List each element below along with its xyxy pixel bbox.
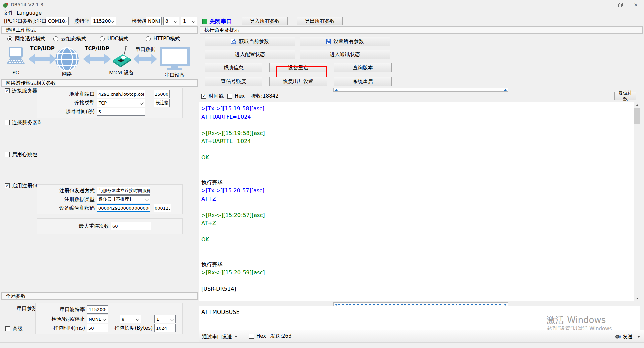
save-icon	[326, 39, 331, 44]
arrow-icon	[133, 53, 157, 66]
reg-send-mode-label: 注册包发送方式	[50, 188, 95, 194]
device-restart-button[interactable]: 设备重启	[269, 63, 327, 72]
menu-language[interactable]: Language	[17, 10, 42, 16]
enter-config-button[interactable]: 进入配置状态	[205, 50, 295, 59]
log-line: AT+Z	[201, 219, 265, 228]
log-area[interactable]: >[Tx->][15:19:58][asc]AT+UARTFL=1024 >[R…	[199, 102, 640, 301]
window-title: DR514 V2.1.3	[11, 2, 43, 7]
pack-time-input[interactable]	[87, 324, 108, 332]
g-baud-select[interactable]: 115200	[87, 305, 108, 314]
pc-serial-label: [PC串口参数]:串口号	[4, 18, 51, 24]
pack-len-label: 打包长度(Bytes)	[111, 325, 153, 331]
close-port-button[interactable]: 关闭串口	[209, 18, 232, 25]
import-params-button[interactable]: 导入所有参数	[242, 17, 288, 25]
activate-windows-watermark: 激活 Windows	[547, 314, 606, 326]
g-parity-select[interactable]: NONE	[87, 315, 108, 323]
arrow-icon	[83, 53, 111, 66]
scroll-down-icon[interactable]	[634, 296, 640, 301]
radio-label[interactable]: 网络透传模式	[15, 36, 45, 42]
radio-net-transparent-mode[interactable]	[7, 36, 12, 41]
slider-handle-icon[interactable]	[335, 304, 338, 306]
chevron-down-icon	[140, 101, 143, 105]
com-port-select[interactable]: COM10	[46, 17, 69, 25]
get-params-button[interactable]: 获取当前参数	[205, 37, 295, 46]
server-a-checkbox[interactable]	[5, 88, 10, 93]
log-line: 执行完毕	[201, 179, 265, 187]
send-via-dropdown[interactable]: 通过串口发送	[202, 333, 237, 340]
reg-send-mode-select[interactable]: 与服务器建立连接时向服务	[97, 187, 150, 195]
timeout-input[interactable]	[97, 108, 145, 116]
timestamp-checkbox[interactable]	[201, 94, 206, 99]
diagram-link-label: TCP/UDP	[29, 46, 56, 52]
send-hex-checkbox[interactable]	[249, 334, 254, 339]
device-password-input[interactable]	[154, 204, 171, 212]
log-line: OK	[201, 154, 265, 162]
send-input-text[interactable]: AT+MODBUSE	[201, 309, 240, 315]
reset-counter-button[interactable]: 复位计数	[614, 92, 636, 100]
radio-cloud-config-mode[interactable]	[53, 36, 58, 41]
pack-len-input[interactable]	[154, 324, 176, 332]
device-id-input[interactable]	[97, 204, 150, 212]
server-port-input[interactable]	[154, 90, 170, 98]
splitter-slider[interactable]	[333, 302, 508, 306]
scrollbar-thumb[interactable]	[634, 108, 640, 124]
reg-data-type-select[interactable]: 透传云【不推荐】	[97, 195, 150, 203]
arrow-icon	[28, 53, 56, 66]
port-open-indicator-icon	[202, 19, 207, 24]
export-params-button[interactable]: 导出所有参数	[297, 17, 343, 25]
reconnect-input[interactable]	[111, 222, 151, 230]
conn-persist-select[interactable]: 长连接	[154, 99, 170, 107]
stopbits-select[interactable]: 1	[181, 17, 197, 25]
send-splitter[interactable]	[199, 302, 640, 306]
radio-label[interactable]: HTTPD模式	[153, 36, 180, 42]
close-button[interactable]: ✕	[628, 0, 643, 10]
server-a-label: 连接服务器A	[12, 88, 41, 94]
restore-button[interactable]	[612, 0, 628, 10]
baud-select[interactable]: 115200	[91, 17, 116, 25]
splitter-slider[interactable]	[333, 88, 508, 92]
pack-time-label: 打包时间(ms)	[50, 325, 85, 331]
heartbeat-checkbox[interactable]	[5, 152, 10, 157]
toolbar-separator	[236, 16, 236, 26]
app-icon	[3, 2, 9, 8]
log-scrollbar[interactable]	[634, 102, 640, 301]
databits-select[interactable]: 8	[163, 17, 179, 25]
log-line: >[Tx->][15:19:58][asc]	[201, 105, 265, 113]
g-databits-select[interactable]: 8	[120, 315, 141, 323]
g-stopbits-select[interactable]: 1	[154, 315, 176, 323]
system-restart-button[interactable]: 系统重启	[334, 77, 392, 86]
radio-httpd-mode[interactable]	[146, 36, 151, 41]
title-bar: DR514 V2.1.3 ✕	[0, 0, 644, 10]
log-lines: >[Tx->][15:19:58][asc]AT+UARTFL=1024 >[R…	[201, 105, 265, 293]
advanced-checkbox[interactable]	[5, 326, 10, 331]
scroll-up-icon[interactable]	[634, 102, 640, 108]
help-info-button[interactable]: 帮助信息	[205, 63, 262, 72]
slider-handle-icon[interactable]	[335, 89, 338, 91]
signal-strength-button[interactable]: 查信号强度	[205, 77, 262, 86]
register-checkbox[interactable]	[5, 183, 10, 188]
log-splitter[interactable]	[199, 88, 640, 92]
chevron-down-icon	[110, 19, 114, 23]
minimize-button[interactable]	[597, 0, 612, 10]
timeout-label: 超时时间(秒)	[54, 109, 95, 115]
radio-udc-mode[interactable]	[100, 36, 105, 41]
global-params-header: 全局参数	[1, 292, 198, 300]
log-line: AT+Z	[201, 195, 265, 203]
radio-label[interactable]: 云组态模式	[61, 36, 86, 42]
chevron-down-icon	[102, 317, 106, 321]
menu-file[interactable]: 文件	[3, 10, 13, 16]
parity-select[interactable]: NONI	[146, 17, 162, 25]
radio-label[interactable]: UDC模式	[107, 36, 128, 42]
slider-handle-icon[interactable]	[504, 304, 507, 306]
enter-comm-button[interactable]: 进入通讯状态	[300, 50, 390, 59]
log-hex-checkbox[interactable]	[227, 94, 232, 99]
send-button[interactable]: 发送	[615, 333, 640, 341]
conn-type-select[interactable]: TCP	[97, 99, 145, 107]
chevron-down-icon	[235, 336, 237, 338]
slider-handle-icon[interactable]	[504, 89, 507, 91]
server-b-checkbox[interactable]	[5, 120, 10, 125]
set-params-button[interactable]: 设置所有参数	[300, 37, 390, 46]
server-addr-input[interactable]	[97, 90, 145, 98]
factory-reset-button[interactable]: 恢复出厂设置	[269, 77, 327, 86]
query-version-button[interactable]: 查询版本	[334, 63, 392, 72]
